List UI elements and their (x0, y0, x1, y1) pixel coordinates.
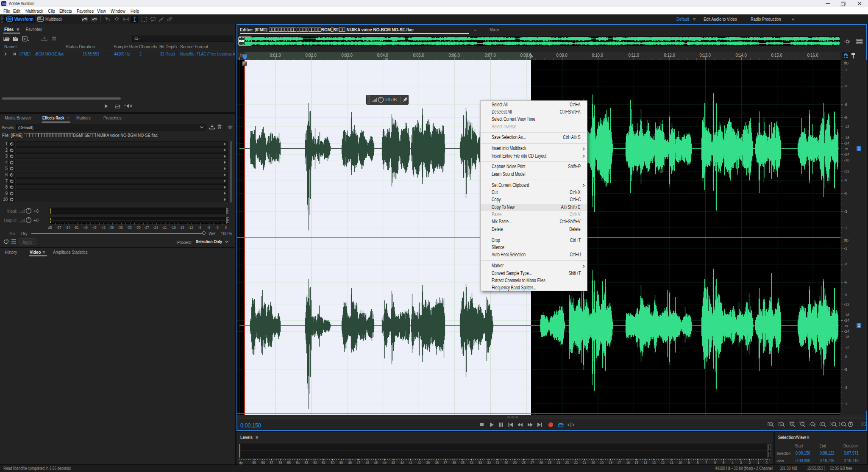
svg-text:-6: -6 (844, 191, 847, 195)
svg-text:-9: -9 (844, 293, 847, 297)
svg-text:-18: -18 (844, 335, 849, 339)
svg-text:-∞: -∞ (844, 147, 848, 151)
svg-text:-24: -24 (844, 318, 849, 322)
svg-text:-12: -12 (844, 346, 849, 350)
svg-text:-24: -24 (844, 152, 849, 156)
svg-text:-1: -1 (844, 246, 847, 250)
svg-text:-3: -3 (844, 262, 847, 266)
svg-text:-12: -12 (844, 169, 849, 173)
svg-text:-24: -24 (844, 141, 849, 145)
svg-text:-18: -18 (844, 158, 849, 162)
svg-text:-1: -1 (844, 402, 847, 406)
svg-text:-18: -18 (844, 313, 849, 317)
svg-text:-3: -3 (844, 209, 847, 214)
svg-text:-24: -24 (844, 329, 849, 333)
svg-text:-9: -9 (844, 115, 847, 119)
svg-text:-1: -1 (844, 68, 847, 72)
svg-text:-9: -9 (844, 178, 847, 182)
svg-text:-6: -6 (844, 367, 847, 372)
svg-text:dB: dB (844, 238, 849, 242)
svg-text:dB: dB (844, 61, 849, 65)
svg-text:-∞: -∞ (844, 324, 848, 328)
svg-text:-6: -6 (844, 280, 847, 284)
svg-text:-3: -3 (844, 386, 847, 390)
svg-text:-1: -1 (844, 226, 847, 230)
svg-text:-12: -12 (844, 302, 849, 306)
svg-text:-9: -9 (844, 355, 847, 359)
svg-text:-18: -18 (844, 136, 849, 140)
svg-text:-12: -12 (844, 125, 849, 129)
svg-text:-3: -3 (844, 84, 847, 88)
svg-text:-6: -6 (844, 103, 847, 107)
